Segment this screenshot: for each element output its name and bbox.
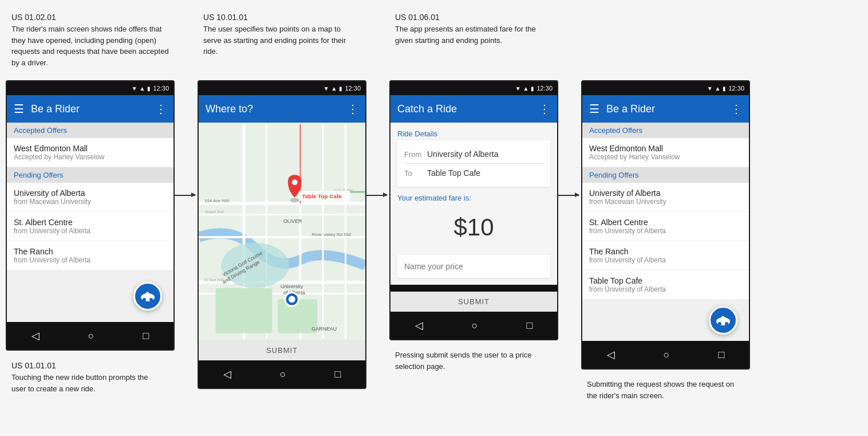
svg-rect-16 (216, 288, 273, 333)
svg-text:River Valley Rd NW: River Valley Rd NW (311, 232, 352, 237)
name-price-input[interactable] (397, 255, 550, 278)
phone1: ▼ ▲ ▮ 12:30 ☰ Be a Rider ⋮ Accepted Offe… (6, 80, 175, 351)
arrow1 (175, 195, 198, 196)
item-subtitle: Accepted by Harley Vanselow (589, 153, 742, 161)
phone3-submit[interactable]: SUBMIT (390, 292, 557, 312)
phone4-annotation-top (581, 6, 750, 80)
signal-icon: ▼ (707, 85, 713, 92)
accepted-offers-header: Accepted Offers (7, 123, 173, 138)
arrow3-line (558, 195, 579, 196)
phone1-status-bar: ▼ ▲ ▮ 12:30 (7, 81, 173, 95)
svg-text:GARNEAU: GARNEAU (311, 326, 337, 332)
svg-point-3 (149, 298, 153, 301)
phone2-us-code: US 10.01.01 (203, 11, 361, 23)
item-title: Table Top Cafe (589, 276, 742, 285)
more-icon[interactable]: ⋮ (539, 102, 550, 116)
recent-button[interactable]: □ (709, 344, 734, 366)
pending-offers-header: Pending Offers (582, 167, 749, 183)
arrow3 (558, 195, 581, 196)
list-item[interactable]: St. Albert Centre from University of Alb… (7, 212, 173, 241)
svg-text:104 Ave NW: 104 Ave NW (204, 198, 230, 203)
home-button[interactable]: ○ (79, 325, 104, 347)
list-item[interactable]: West Edmonton Mall Accepted by Harley Va… (7, 138, 173, 167)
back-button[interactable]: ◁ (598, 344, 624, 366)
item-subtitle: from University of Alberta (14, 227, 167, 235)
phone1-app-bar: ☰ Be a Rider ⋮ (7, 95, 173, 123)
to-label: To (404, 169, 427, 178)
list-item[interactable]: The Ranch from University of Alberta (7, 241, 173, 270)
battery-icon: ▮ (531, 85, 534, 92)
item-subtitle: from University of Alberta (589, 256, 742, 264)
map-container[interactable]: Victoria Golf Course and Driving Range U… (199, 123, 365, 340)
phone1-description: The rider's main screen shows ride offer… (11, 23, 169, 68)
item-title: St. Albert Centre (14, 218, 167, 227)
fab-area (7, 270, 173, 322)
phone4-column: ▼ ▲ ▮ 12:30 ☰ Be a Rider ⋮ Accepted Offe… (581, 6, 750, 415)
new-ride-fab[interactable] (709, 306, 737, 335)
home-button[interactable]: ○ (271, 364, 295, 385)
svg-point-42 (725, 322, 728, 325)
wifi-icon: ▲ (715, 85, 721, 92)
battery-icon: ▮ (339, 85, 342, 92)
accepted-offers-header: Accepted Offers (582, 123, 749, 138)
svg-text:University: University (281, 284, 303, 289)
phone2-column: US 10.01.01 The user specifies two point… (198, 6, 366, 435)
back-button[interactable]: ◁ (22, 325, 49, 347)
phone3-bottom-description: Pressing submit sends the user to a pric… (395, 349, 544, 372)
ride-details-content: Ride Details From University of Alberta … (390, 123, 557, 285)
fab-area (582, 300, 749, 341)
item-subtitle: from Macewan University (589, 198, 742, 206)
new-ride-fab[interactable] (133, 282, 162, 311)
recent-button[interactable]: □ (134, 325, 159, 347)
svg-point-41 (718, 322, 721, 325)
home-button[interactable]: ○ (463, 315, 487, 336)
list-item[interactable]: West Edmonton Mall Accepted by Harley Va… (582, 138, 749, 167)
phone3-time: 12:30 (536, 85, 553, 92)
pending-offers-header: Pending Offers (7, 167, 173, 183)
phone3-annotation-bottom: Pressing submit sends the user to a pric… (389, 340, 558, 386)
menu-icon[interactable]: ☰ (589, 102, 599, 116)
phone3-title: Catch a Ride (397, 103, 532, 115)
phone3-us-code: US 01.06.01 (395, 11, 553, 23)
phone4-title: Be a Rider (606, 103, 724, 115)
phone2-title: Where to? (206, 103, 340, 115)
from-value: University of Alberta (427, 150, 499, 159)
to-value: Table Top Cafe (427, 168, 480, 178)
svg-point-34 (292, 179, 298, 185)
page-container: US 01.02.01 The rider's main screen show… (0, 0, 868, 436)
ride-card: From University of Alberta To Table Top … (397, 140, 550, 187)
phone3-annotation-top: US 01.06.01 The app presents an estimate… (389, 6, 558, 80)
home-button[interactable]: ○ (654, 344, 679, 366)
back-button[interactable]: ◁ (214, 363, 240, 385)
back-button[interactable]: ◁ (406, 315, 432, 336)
item-title: West Edmonton Mall (14, 144, 167, 153)
phone4-status-bar: ▼ ▲ ▮ 12:30 (582, 81, 749, 95)
svg-text:OLIVER: OLIVER (283, 218, 302, 224)
phone4-bottom-description: Submitting the request shows the request… (587, 379, 736, 401)
recent-button[interactable]: □ (326, 364, 350, 385)
list-item[interactable]: University of Alberta from Macewan Unive… (582, 183, 749, 212)
phone3-status-bar: ▼ ▲ ▮ 12:30 (390, 81, 557, 95)
from-label: From (404, 150, 427, 159)
list-item[interactable]: St. Albert Centre from University of Alb… (582, 212, 749, 241)
more-icon[interactable]: ⋮ (731, 102, 742, 116)
list-item[interactable]: The Ranch from University of Alberta (582, 241, 749, 270)
phone4-bottom-nav: ◁ ○ □ (582, 341, 749, 368)
phone1-us-code: US 01.02.01 (11, 11, 169, 23)
phone1-time: 12:30 (153, 85, 169, 92)
item-title: University of Alberta (14, 188, 167, 198)
more-icon[interactable]: ⋮ (347, 102, 358, 116)
recent-button[interactable]: □ (518, 315, 542, 336)
svg-marker-4 (144, 292, 152, 295)
menu-icon[interactable]: ☰ (14, 102, 24, 116)
phone2-submit[interactable]: SUBMIT (199, 340, 365, 360)
phone3: ▼ ▲ ▮ 12:30 Catch a Ride ⋮ Ride Details … (389, 80, 558, 340)
phone2-time: 12:30 (345, 85, 361, 92)
list-item[interactable]: Table Top Cafe from University of Albert… (582, 270, 749, 300)
item-subtitle: from Macewan University (14, 198, 167, 206)
ride-details-label: Ride Details (397, 129, 550, 138)
list-item[interactable]: University of Alberta from Macewan Unive… (7, 183, 173, 212)
item-title: University of Alberta (589, 188, 742, 198)
more-icon[interactable]: ⋮ (155, 102, 167, 116)
phone1-annotation-bottom: US 01.01.01 Touching the new ride button… (6, 351, 175, 399)
